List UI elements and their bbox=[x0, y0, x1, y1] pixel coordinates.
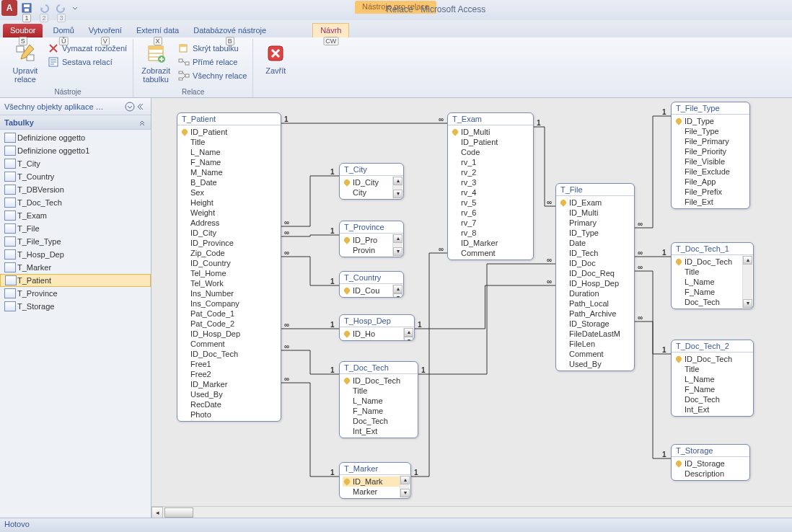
qat-undo-icon[interactable]: 2 bbox=[36, 0, 52, 16]
field-id_hosp_dep[interactable]: ID_Hosp_Dep bbox=[559, 278, 631, 288]
field-rv_4[interactable]: rv_4 bbox=[451, 187, 530, 198]
field-free1[interactable]: Free1 bbox=[180, 359, 278, 369]
field-rv_1[interactable]: rv_1 bbox=[451, 157, 530, 167]
field-rv_6[interactable]: rv_6 bbox=[451, 208, 530, 218]
table-title[interactable]: T_Province bbox=[340, 221, 403, 234]
field-f_name[interactable]: F_Name bbox=[180, 157, 278, 167]
table-t_marker[interactable]: T_MarkerID_MarkMarker▴▾ bbox=[339, 462, 411, 499]
field-id_type[interactable]: ID_Type bbox=[559, 228, 631, 238]
field-code[interactable]: Code bbox=[451, 147, 530, 157]
field-file_primary[interactable]: File_Primary bbox=[674, 136, 747, 146]
field-id_hosp_dep[interactable]: ID_Hosp_Dep bbox=[180, 329, 278, 339]
field-id_doc[interactable]: ID_Doc bbox=[559, 258, 631, 268]
field-doc_tech[interactable]: Doc_Tech bbox=[674, 394, 750, 404]
field-l_name[interactable]: L_Name bbox=[674, 277, 750, 287]
field-l_name[interactable]: L_Name bbox=[674, 374, 750, 384]
tab-external[interactable]: Externí data X bbox=[129, 24, 186, 37]
horizontal-scrollbar[interactable]: ◂ bbox=[151, 506, 792, 518]
direct-relations-button[interactable]: Přímé relace bbox=[177, 56, 248, 68]
dropdown-icon[interactable] bbox=[125, 102, 135, 112]
field-id_tech[interactable]: ID_Tech bbox=[559, 248, 631, 258]
field-id_patient[interactable]: ID_Patient bbox=[451, 137, 530, 147]
field-zip_code[interactable]: Zip_Code bbox=[180, 248, 278, 258]
tab-dbtools[interactable]: Databázové nástroje B bbox=[186, 24, 273, 37]
table-t_doc_tech_1[interactable]: T_Doc_Tech_1ID_Doc_TechTitleL_NameF_Name… bbox=[671, 242, 754, 309]
tab-home[interactable]: Domů Ů bbox=[45, 24, 81, 37]
nav-item-t-file-type[interactable]: T_File_Type bbox=[0, 235, 151, 248]
field-path_local[interactable]: Path_Local bbox=[559, 298, 631, 309]
scroll-left-icon[interactable]: ◂ bbox=[151, 507, 163, 518]
nav-item-t-city[interactable]: T_City bbox=[0, 157, 151, 170]
field-path_archive[interactable]: Path_Archive bbox=[559, 309, 631, 319]
table-scrollbar[interactable]: ▴▾ bbox=[392, 234, 402, 256]
field-ins_number[interactable]: Ins_Number bbox=[180, 288, 278, 298]
field-m_name[interactable]: M_Name bbox=[180, 167, 278, 177]
field-int_ext[interactable]: Int_Ext bbox=[674, 404, 750, 414]
table-t_patient[interactable]: T_PatientID_PatientTitleL_NameF_NameM_Na… bbox=[177, 112, 281, 422]
field-id_marker[interactable]: ID_Marker bbox=[180, 379, 278, 389]
table-t_hosp_dep[interactable]: T_Hosp_DepID_Ho▴▾ bbox=[339, 314, 415, 341]
table-title[interactable]: T_Doc_Tech bbox=[340, 362, 418, 374]
field-id_cou[interactable]: ID_Cou bbox=[343, 285, 400, 296]
table-title[interactable]: T_Marker bbox=[340, 463, 410, 475]
field-photo[interactable]: Photo bbox=[180, 409, 278, 420]
field-file_priority[interactable]: File_Priority bbox=[674, 146, 747, 156]
field-sex[interactable]: Sex bbox=[180, 187, 278, 198]
field-city[interactable]: City bbox=[343, 187, 400, 198]
field-int_ext[interactable]: Int_Ext bbox=[343, 426, 415, 436]
field-f_name[interactable]: F_Name bbox=[674, 287, 750, 297]
field-comment[interactable]: Comment bbox=[451, 248, 530, 258]
field-l_name[interactable]: L_Name bbox=[343, 396, 415, 406]
relation-report-button[interactable]: Sestava relací bbox=[46, 56, 128, 68]
table-scrollbar[interactable]: ▴▾ bbox=[392, 285, 402, 296]
field-rv_5[interactable]: rv_5 bbox=[451, 198, 530, 208]
field-id_storage[interactable]: ID_Storage bbox=[674, 458, 747, 469]
field-pat_code_2[interactable]: Pat_Code_2 bbox=[180, 319, 278, 329]
field-weight[interactable]: Weight bbox=[180, 208, 278, 218]
field-date[interactable]: Date bbox=[559, 238, 631, 248]
field-id_type[interactable]: ID_Type bbox=[674, 116, 747, 126]
field-rv_8[interactable]: rv_8 bbox=[451, 228, 530, 238]
field-f_name[interactable]: F_Name bbox=[674, 384, 750, 394]
field-file_ext[interactable]: File_Ext bbox=[674, 197, 747, 207]
table-title[interactable]: T_File_Type bbox=[672, 102, 749, 115]
table-scrollbar[interactable]: ▴▾ bbox=[742, 256, 752, 308]
table-title[interactable]: T_Doc_Tech_1 bbox=[672, 243, 753, 255]
table-t_file[interactable]: T_FileID_ExamID_MultiPrimaryID_TypeDateI… bbox=[555, 183, 635, 371]
table-t_doc_tech_2[interactable]: T_Doc_Tech_2ID_Doc_TechTitleL_NameF_Name… bbox=[671, 340, 754, 417]
nav-item-t-country[interactable]: T_Country bbox=[0, 170, 151, 183]
qat-redo-icon[interactable]: 3 bbox=[53, 0, 69, 16]
field-tel_home[interactable]: Tel_Home bbox=[180, 268, 278, 278]
access-icon[interactable]: A bbox=[1, 0, 17, 16]
table-t_exam[interactable]: T_ExamID_MultiID_PatientCoderv_1rv_2rv_3… bbox=[447, 112, 534, 260]
table-t_country[interactable]: T_CountryID_Cou▴▾ bbox=[339, 271, 404, 298]
field-filedatelastm[interactable]: FileDateLastM bbox=[559, 329, 631, 339]
field-file_prefix[interactable]: File_Prefix bbox=[674, 187, 747, 197]
table-title[interactable]: T_Country bbox=[340, 272, 403, 284]
tab-create[interactable]: Vytvoření V bbox=[82, 24, 129, 37]
nav-item-t-marker[interactable]: T_Marker bbox=[0, 261, 151, 274]
field-title[interactable]: Title bbox=[343, 386, 415, 396]
hide-table-button[interactable]: Skrýt tabulku bbox=[177, 42, 248, 55]
field-id_ho[interactable]: ID_Ho bbox=[343, 329, 411, 339]
field-provin[interactable]: Provin bbox=[343, 245, 400, 255]
field-id_doc_tech[interactable]: ID_Doc_Tech bbox=[674, 354, 750, 364]
field-l_name[interactable]: L_Name bbox=[180, 147, 278, 157]
field-description[interactable]: Description bbox=[674, 469, 747, 479]
nav-item-t-doc-tech[interactable]: T_Doc_Tech bbox=[0, 196, 151, 209]
field-pat_code_1[interactable]: Pat_Code_1 bbox=[180, 309, 278, 319]
field-address[interactable]: Address bbox=[180, 218, 278, 228]
tab-design[interactable]: Návrh CW bbox=[312, 23, 349, 37]
all-relations-button[interactable]: Všechny relace bbox=[177, 69, 248, 82]
field-id_country[interactable]: ID_Country bbox=[180, 258, 278, 268]
field-free2[interactable]: Free2 bbox=[180, 369, 278, 379]
table-scrollbar[interactable]: ▴▾ bbox=[400, 476, 410, 497]
table-t_province[interactable]: T_ProvinceID_ProProvin▴▾ bbox=[339, 221, 404, 257]
field-used_by[interactable]: Used_By bbox=[559, 359, 631, 369]
nav-item-t-exam[interactable]: T_Exam bbox=[0, 209, 151, 222]
table-t_storage[interactable]: T_StorageID_StorageDescription bbox=[671, 444, 750, 481]
table-t_doc_tech[interactable]: T_Doc_TechID_Doc_TechTitleL_NameF_NameDo… bbox=[339, 361, 418, 438]
field-file_app[interactable]: File_App bbox=[674, 177, 747, 187]
field-id_doc_tech[interactable]: ID_Doc_Tech bbox=[180, 349, 278, 359]
nav-item-definizione-oggetto[interactable]: Definizione oggetto bbox=[0, 131, 151, 144]
